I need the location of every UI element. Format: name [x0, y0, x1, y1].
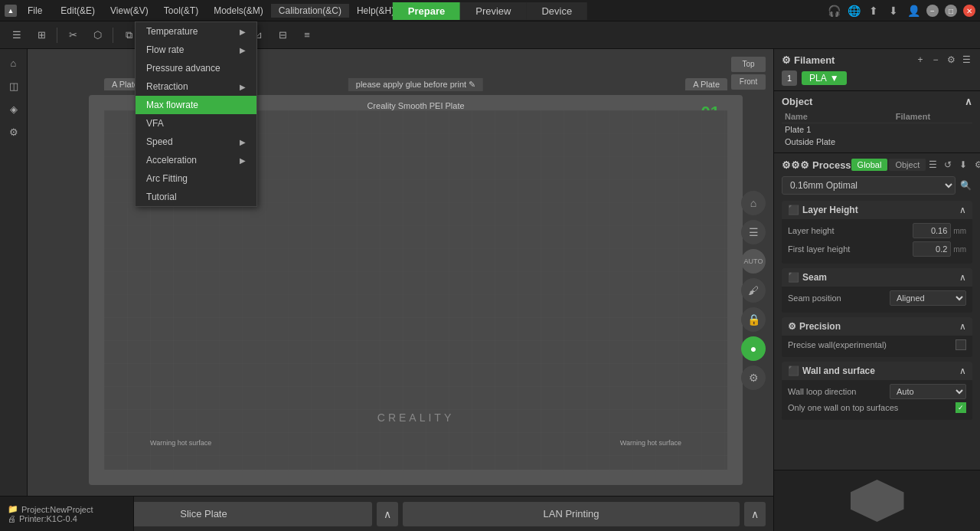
globe-icon[interactable]: 🌐 — [847, 4, 861, 18]
viewport-auto-icon[interactable]: AUTO — [741, 249, 766, 274]
first-layer-height-input[interactable] — [913, 241, 951, 257]
process-settings-icon[interactable]: ⚙ — [972, 158, 980, 172]
row-2-filament — [893, 136, 972, 148]
lan-printing-button[interactable]: LAN Printing — [403, 502, 740, 526]
slice-expand-button[interactable]: ∧ — [377, 502, 398, 526]
viewport-right-icons: ⌂ ☰ AUTO 🖌 🔒 ● ⚙ — [741, 191, 766, 390]
menu-acceleration[interactable]: Acceleration ▶ — [136, 151, 256, 169]
menu-tutorial[interactable]: Tutorial — [136, 188, 256, 206]
viewport-paint-icon[interactable]: 🖌 — [741, 278, 766, 303]
seam-position-select[interactable]: Aligned Rear Random Nearest — [890, 290, 966, 306]
upload-icon[interactable]: ⬆ — [867, 4, 880, 18]
project-icon: 📁 — [8, 504, 18, 514]
menu-retraction[interactable]: Retraction ▶ — [136, 77, 256, 96]
download-icon[interactable]: ⬇ — [887, 4, 900, 18]
col-name: Name — [782, 110, 893, 123]
preset-search-icon[interactable]: 🔍 — [959, 179, 972, 192]
menu-tool[interactable]: Tool(&T) — [156, 4, 206, 18]
viewport-home-icon[interactable]: ⌂ — [741, 191, 766, 215]
one-wall-top-checkbox[interactable]: ✓ — [956, 402, 966, 413]
precision-group: ⚙ Precision ∧ Precise wall(experimental) — [782, 317, 972, 357]
close-button[interactable]: ✕ — [963, 5, 975, 17]
file-menu[interactable]: File — [20, 4, 50, 18]
filament-menu-icon[interactable]: ☰ — [960, 54, 972, 66]
view-top-btn[interactable]: Top — [731, 57, 766, 72]
wall-surface-collapse-icon[interactable]: ∧ — [959, 365, 966, 376]
viewport-list-icon[interactable]: ☰ — [741, 220, 766, 244]
minimize-button[interactable]: − — [926, 5, 939, 17]
plate-tab-right[interactable]: A Plate — [685, 78, 727, 90]
menu-edit[interactable]: Edit(&E) — [53, 4, 103, 18]
lan-expand-button[interactable]: ∧ — [744, 502, 766, 526]
wall-surface-header[interactable]: ⬛ Wall and surface ∧ — [782, 362, 972, 380]
temperature-label: Temperature — [146, 26, 198, 37]
filament-add-icon[interactable]: + — [914, 54, 926, 66]
wall-loop-direction-select[interactable]: Auto Clockwise Counter-clockwise — [890, 384, 966, 399]
mesh-tool[interactable]: ⊟ — [272, 25, 293, 46]
toolbar-separator-1 — [57, 28, 57, 43]
seam-header[interactable]: ⬛ Seam ∧ — [782, 268, 972, 287]
layer-height-collapse-icon[interactable]: ∧ — [959, 205, 966, 215]
menu-max-flowrate[interactable]: Max flowrate — [136, 96, 256, 114]
menu-temperature[interactable]: Temperature ▶ — [136, 22, 256, 41]
precise-wall-checkbox[interactable] — [956, 339, 966, 350]
viewport-lock-icon[interactable]: 🔒 — [741, 307, 766, 332]
filament-remove-icon[interactable]: − — [929, 54, 942, 66]
user-icon[interactable]: 👤 — [906, 4, 920, 18]
support-tool[interactable]: ⬡ — [87, 25, 108, 46]
view-front-btn[interactable]: Front — [731, 74, 766, 90]
menu-items: Edit(&E) View(&V) Tool(&T) Models(&M) Ca… — [53, 4, 402, 18]
menu-speed[interactable]: Speed ▶ — [136, 133, 256, 151]
maximize-button[interactable]: □ — [945, 5, 957, 17]
menu-pressure-advance[interactable]: Pressure advance — [136, 59, 256, 77]
tab-device[interactable]: Device — [526, 2, 587, 20]
right-plate-tab[interactable]: A Plate — [685, 78, 727, 90]
one-wall-top-label: Only one wall on top surfaces — [788, 403, 956, 412]
tab-prepare[interactable]: Prepare — [393, 2, 460, 20]
filament-settings-icon[interactable]: ⚙ — [945, 54, 957, 66]
filament-pill[interactable]: PLA ▼ — [802, 71, 847, 85]
select-tool[interactable]: ☰ — [6, 25, 28, 46]
filament-number: 1 — [782, 70, 797, 86]
tab-global[interactable]: Global — [851, 159, 888, 171]
menu-models[interactable]: Models(&M) — [206, 4, 271, 18]
viewport-settings-icon[interactable]: ⚙ — [741, 365, 766, 390]
filament-icons: + − ⚙ ☰ — [914, 54, 972, 66]
menu-flow-rate[interactable]: Flow rate ▶ — [136, 41, 256, 59]
menu-vfa[interactable]: VFA — [136, 114, 256, 133]
flow-rate-arrow: ▶ — [240, 46, 246, 54]
layer-height-label: Layer height — [788, 226, 913, 235]
sidebar-layers[interactable]: ◫ — [3, 75, 24, 97]
layer-height-input[interactable] — [913, 223, 951, 238]
sidebar-group[interactable]: ◈ — [3, 98, 24, 120]
table-row[interactable]: Plate 1 — [782, 123, 972, 136]
lines-tool[interactable]: ≡ — [296, 25, 318, 46]
headphones-icon[interactable]: 🎧 — [827, 4, 841, 18]
wall-surface-body: Wall loop direction Auto Clockwise Count… — [782, 380, 972, 420]
wall-surface-title-text: Wall and surface — [802, 365, 875, 376]
tab-object[interactable]: Object — [889, 159, 926, 171]
cut-tool[interactable]: ✂ — [62, 25, 83, 46]
precise-wall-row: Precise wall(experimental) — [788, 339, 966, 350]
place-tool[interactable]: ⊞ — [31, 25, 52, 46]
process-down-icon[interactable]: ⬇ — [956, 158, 970, 172]
object-collapse-icon[interactable]: ∧ — [965, 96, 972, 107]
bed-warn-left: Warning hot surface — [150, 439, 211, 447]
row-1-name: Plate 1 — [782, 123, 893, 136]
preset-select[interactable]: 0.16mm Optimal — [782, 176, 956, 195]
viewport-status-icon[interactable]: ● — [741, 336, 766, 361]
menu-arc-fitting[interactable]: Arc Fitting — [136, 169, 256, 188]
precision-collapse-icon[interactable]: ∧ — [959, 321, 966, 332]
seam-collapse-icon[interactable]: ∧ — [959, 272, 966, 283]
precision-body: Precise wall(experimental) — [782, 336, 972, 357]
sidebar-settings[interactable]: ⚙ — [3, 121, 24, 143]
process-reset-icon[interactable]: ↺ — [941, 158, 955, 172]
layer-height-header[interactable]: ⬛ Layer Height ∧ — [782, 201, 972, 219]
tab-preview[interactable]: Preview — [460, 2, 526, 20]
process-list-icon[interactable]: ☰ — [926, 158, 939, 172]
menu-calibration[interactable]: Calibration(&C) — [271, 4, 349, 18]
precision-header[interactable]: ⚙ Precision ∧ — [782, 317, 972, 336]
sidebar-home[interactable]: ⌂ — [3, 52, 24, 74]
table-row[interactable]: Outside Plate — [782, 136, 972, 148]
menu-view[interactable]: View(&V) — [103, 4, 156, 18]
